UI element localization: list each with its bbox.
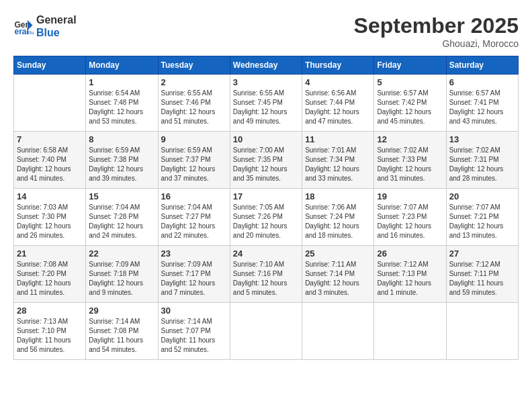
header-row: SundayMondayTuesdayWednesdayThursdayFrid… [14,56,519,75]
day-info: Sunrise: 7:09 AM Sunset: 7:18 PM Dayligh… [89,260,154,298]
day-info: Sunrise: 6:59 AM Sunset: 7:38 PM Dayligh… [89,146,154,183]
day-info: Sunrise: 7:04 AM Sunset: 7:27 PM Dayligh… [161,203,227,240]
day-info: Sunrise: 7:00 AM Sunset: 7:35 PM Dayligh… [233,146,299,183]
day-number: 2 [161,77,227,87]
day-number: 8 [89,134,154,144]
day-number: 26 [377,248,443,259]
calendar-cell: 7Sunrise: 6:58 AM Sunset: 7:40 PM Daylig… [14,132,86,189]
day-info: Sunrise: 7:07 AM Sunset: 7:21 PM Dayligh… [449,203,515,240]
day-number: 24 [233,248,299,259]
calendar-cell: 5Sunrise: 6:57 AM Sunset: 7:42 PM Daylig… [374,75,446,132]
calendar-cell [374,303,446,360]
calendar-cell: 26Sunrise: 7:12 AM Sunset: 7:13 PM Dayli… [374,246,446,303]
day-number: 15 [89,191,154,201]
calendar-table: SundayMondayTuesdayWednesdayThursdayFrid… [13,56,519,360]
day-number: 29 [89,306,154,316]
calendar-cell: 13Sunrise: 7:02 AM Sunset: 7:31 PM Dayli… [446,132,518,189]
week-row-5: 28Sunrise: 7:13 AM Sunset: 7:10 PM Dayli… [14,303,519,360]
week-row-4: 21Sunrise: 7:08 AM Sunset: 7:20 PM Dayli… [14,246,519,303]
calendar-cell: 17Sunrise: 7:05 AM Sunset: 7:26 PM Dayli… [230,189,302,246]
logo-general: General [36,13,77,26]
day-number: 20 [449,191,515,201]
calendar-cell: 3Sunrise: 6:55 AM Sunset: 7:45 PM Daylig… [230,75,302,132]
weekday-header-monday: Monday [86,56,158,75]
calendar-cell: 15Sunrise: 7:04 AM Sunset: 7:28 PM Dayli… [86,189,158,246]
calendar-cell: 10Sunrise: 7:00 AM Sunset: 7:35 PM Dayli… [230,132,302,189]
calendar-cell: 29Sunrise: 7:14 AM Sunset: 7:08 PM Dayli… [86,303,158,360]
weekday-header-saturday: Saturday [446,56,518,75]
day-info: Sunrise: 7:12 AM Sunset: 7:11 PM Dayligh… [449,260,515,298]
calendar-cell [302,303,374,360]
day-number: 6 [449,77,515,87]
week-row-1: 1Sunrise: 6:54 AM Sunset: 7:48 PM Daylig… [14,75,519,132]
calendar-cell: 2Sunrise: 6:55 AM Sunset: 7:46 PM Daylig… [158,75,230,132]
day-number: 12 [377,134,443,144]
calendar-cell: 19Sunrise: 7:07 AM Sunset: 7:23 PM Dayli… [374,189,446,246]
calendar-cell: 14Sunrise: 7:03 AM Sunset: 7:30 PM Dayli… [14,189,86,246]
day-number: 4 [305,77,371,87]
day-number: 5 [377,77,443,87]
logo-blue: Blue [36,26,77,39]
location-subtitle: Ghouazi, Morocco [354,38,519,49]
calendar-cell: 11Sunrise: 7:01 AM Sunset: 7:34 PM Dayli… [302,132,374,189]
day-number: 18 [305,191,371,201]
calendar-cell: 1Sunrise: 6:54 AM Sunset: 7:48 PM Daylig… [86,75,158,132]
day-info: Sunrise: 7:14 AM Sunset: 7:07 PM Dayligh… [161,317,227,355]
week-row-3: 14Sunrise: 7:03 AM Sunset: 7:30 PM Dayli… [14,189,519,246]
day-number: 7 [17,134,83,144]
day-info: Sunrise: 7:03 AM Sunset: 7:30 PM Dayligh… [17,203,83,240]
calendar-cell: 22Sunrise: 7:09 AM Sunset: 7:18 PM Dayli… [86,246,158,303]
day-number: 17 [233,191,299,201]
title-block: September 2025 Ghouazi, Morocco [354,13,519,49]
day-number: 1 [89,77,154,87]
day-info: Sunrise: 7:02 AM Sunset: 7:33 PM Dayligh… [377,146,443,183]
calendar-cell [446,303,518,360]
calendar-cell: 23Sunrise: 7:09 AM Sunset: 7:17 PM Dayli… [158,246,230,303]
day-info: Sunrise: 6:57 AM Sunset: 7:41 PM Dayligh… [449,89,515,126]
day-info: Sunrise: 6:56 AM Sunset: 7:44 PM Dayligh… [305,89,371,126]
calendar-cell: 28Sunrise: 7:13 AM Sunset: 7:10 PM Dayli… [14,303,86,360]
day-info: Sunrise: 7:10 AM Sunset: 7:16 PM Dayligh… [233,260,299,298]
svg-text:Blue: Blue [27,30,34,36]
day-info: Sunrise: 6:57 AM Sunset: 7:42 PM Dayligh… [377,89,443,126]
calendar-cell: 27Sunrise: 7:12 AM Sunset: 7:11 PM Dayli… [446,246,518,303]
day-info: Sunrise: 6:58 AM Sunset: 7:40 PM Dayligh… [17,146,83,183]
day-info: Sunrise: 7:02 AM Sunset: 7:31 PM Dayligh… [449,146,515,183]
day-number: 13 [449,134,515,144]
weekday-header-wednesday: Wednesday [230,56,302,75]
day-number: 25 [305,248,371,259]
day-info: Sunrise: 7:09 AM Sunset: 7:17 PM Dayligh… [161,260,227,298]
page-header: Gen eral Blue General Blue September 202… [13,13,519,49]
day-number: 27 [449,248,515,259]
day-info: Sunrise: 7:11 AM Sunset: 7:14 PM Dayligh… [305,260,371,298]
week-row-2: 7Sunrise: 6:58 AM Sunset: 7:40 PM Daylig… [14,132,519,189]
day-number: 30 [161,306,227,316]
calendar-cell: 9Sunrise: 6:59 AM Sunset: 7:37 PM Daylig… [158,132,230,189]
calendar-cell: 21Sunrise: 7:08 AM Sunset: 7:20 PM Dayli… [14,246,86,303]
logo-icon: Gen eral Blue [13,16,34,36]
day-info: Sunrise: 7:14 AM Sunset: 7:08 PM Dayligh… [89,317,154,355]
weekday-header-thursday: Thursday [302,56,374,75]
calendar-cell: 30Sunrise: 7:14 AM Sunset: 7:07 PM Dayli… [158,303,230,360]
calendar-cell: 4Sunrise: 6:56 AM Sunset: 7:44 PM Daylig… [302,75,374,132]
calendar-cell: 8Sunrise: 6:59 AM Sunset: 7:38 PM Daylig… [86,132,158,189]
day-info: Sunrise: 7:07 AM Sunset: 7:23 PM Dayligh… [377,203,443,240]
calendar-cell: 20Sunrise: 7:07 AM Sunset: 7:21 PM Dayli… [446,189,518,246]
day-info: Sunrise: 7:13 AM Sunset: 7:10 PM Dayligh… [17,317,83,355]
weekday-header-sunday: Sunday [14,56,86,75]
day-info: Sunrise: 6:59 AM Sunset: 7:37 PM Dayligh… [161,146,227,183]
day-number: 22 [89,248,154,259]
day-info: Sunrise: 6:54 AM Sunset: 7:48 PM Dayligh… [89,89,154,126]
calendar-cell: 12Sunrise: 7:02 AM Sunset: 7:33 PM Dayli… [374,132,446,189]
day-info: Sunrise: 7:08 AM Sunset: 7:20 PM Dayligh… [17,260,83,298]
weekday-header-tuesday: Tuesday [158,56,230,75]
day-number: 16 [161,191,227,201]
day-number: 3 [233,77,299,87]
weekday-header-friday: Friday [374,56,446,75]
calendar-cell [14,75,86,132]
day-info: Sunrise: 7:05 AM Sunset: 7:26 PM Dayligh… [233,203,299,240]
day-number: 21 [17,248,83,259]
calendar-cell: 16Sunrise: 7:04 AM Sunset: 7:27 PM Dayli… [158,189,230,246]
day-info: Sunrise: 7:04 AM Sunset: 7:28 PM Dayligh… [89,203,154,240]
calendar-cell [230,303,302,360]
